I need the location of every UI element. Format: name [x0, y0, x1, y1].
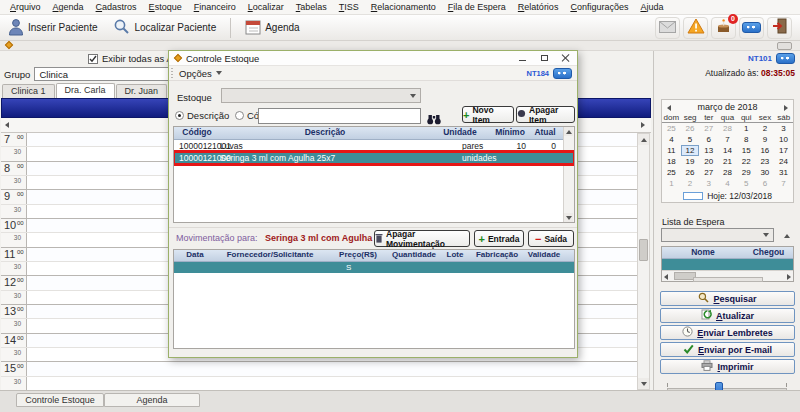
calendar-day-4[interactable]: 4 — [718, 178, 737, 189]
exit-movement-button[interactable]: − Saída — [528, 230, 574, 247]
scroll-up-icon[interactable] — [564, 127, 573, 136]
calendar-day-28[interactable]: 28 — [718, 167, 737, 178]
scroll-up-icon[interactable] — [638, 134, 649, 145]
group-select[interactable]: Clinica — [34, 67, 180, 81]
calendar-day-24[interactable]: 24 — [774, 156, 793, 167]
tab-dr-juan[interactable]: Dr. Juan — [116, 84, 168, 98]
stock-row-10000121001[interactable]: 10000121001Luvaspares100 — [174, 140, 574, 152]
time-row-1530[interactable]: 30 — [1, 377, 637, 390]
calendar-day-3[interactable]: 3 — [774, 123, 793, 134]
menu-item-ajuda[interactable]: Ajuda — [634, 2, 669, 12]
delete-item-button[interactable]: Apagar Item — [516, 106, 575, 123]
calendar-day-5[interactable]: 5 — [737, 178, 756, 189]
calendar-day-29[interactable]: 29 — [737, 167, 756, 178]
agenda-slot[interactable] — [27, 362, 637, 375]
calendar-day-17[interactable]: 17 — [774, 145, 793, 156]
waitlist-select[interactable] — [661, 228, 774, 242]
calendar-day-4[interactable]: 4 — [662, 134, 681, 145]
close-button[interactable] — [555, 51, 577, 65]
calendar-day-23[interactable]: 23 — [756, 156, 775, 167]
agenda-slot[interactable] — [27, 377, 637, 390]
waitlist-selected-row[interactable] — [662, 259, 793, 270]
calendar-day-25[interactable]: 25 — [662, 123, 681, 134]
menu-item-fila-de-espera[interactable]: Fila de Espera — [442, 2, 512, 12]
stock-column-unidade[interactable]: Unidade — [430, 127, 490, 139]
movement-column-fornecedorsolicitante[interactable]: Fornecedor/Solicitante — [216, 250, 324, 261]
calendar-day-2[interactable]: 2 — [756, 123, 775, 134]
radio-codigo[interactable] — [235, 111, 244, 120]
taskbar-tab-controle-estoque[interactable]: Controle Estoque — [16, 393, 104, 407]
calendar-day-6[interactable]: 6 — [699, 134, 718, 145]
calendar-day-8[interactable]: 8 — [737, 134, 756, 145]
calendar-day-7[interactable]: 7 — [774, 178, 793, 189]
menu-item-cadastros[interactable]: Cadastros — [90, 2, 143, 12]
mail-button[interactable] — [655, 17, 680, 39]
calendar-day-10[interactable]: 10 — [774, 134, 793, 145]
menu-item-localizar[interactable]: Localizar — [242, 2, 290, 12]
calendar-prev-icon[interactable] — [667, 105, 671, 111]
scroll-left-icon[interactable] — [664, 274, 668, 280]
stock-column-atual[interactable]: Atual — [530, 127, 560, 139]
new-item-button[interactable]: + Novo Item — [462, 106, 514, 123]
calendar-day-3[interactable]: 3 — [699, 178, 718, 189]
enviar-por-email-button[interactable]: Enviar por E-mail — [660, 342, 795, 357]
calendar-day-30[interactable]: 30 — [756, 167, 775, 178]
messenger-button[interactable] — [739, 17, 764, 39]
calendar-day-19[interactable]: 19 — [681, 156, 700, 167]
calendar-day-25[interactable]: 25 — [662, 167, 681, 178]
calendar-day-7[interactable]: 7 — [718, 134, 737, 145]
movement-selected-row[interactable]: S — [174, 262, 574, 273]
calendar-day-27[interactable]: 27 — [699, 167, 718, 178]
enviar-lembretes-button[interactable]: Enviar Lembretes — [660, 325, 795, 340]
waitlist-column-chegou[interactable]: Chegou — [744, 247, 793, 258]
estoque-select[interactable] — [221, 88, 421, 103]
movement-column-quantidade[interactable]: Quantidade — [392, 250, 436, 261]
delete-movement-button[interactable]: Apagar Movimentação — [374, 230, 470, 247]
scroll-right-icon[interactable] — [641, 122, 645, 128]
menu-item-configuracoes[interactable]: Configurações — [564, 2, 634, 12]
maximize-button[interactable] — [533, 51, 555, 65]
movement-column-fabricacao[interactable]: Fabricação — [474, 250, 520, 261]
stock-column-descricao[interactable]: Descrição — [220, 127, 430, 139]
calendar-day-1[interactable]: 1 — [662, 178, 681, 189]
menu-item-arquivo[interactable]: Arquivo — [4, 2, 47, 12]
calendar-next-icon[interactable] — [784, 105, 788, 111]
calendar-day-27[interactable]: 27 — [699, 123, 718, 134]
menu-item-financeiro[interactable]: Financeiro — [188, 2, 242, 12]
scroll-down-icon[interactable] — [638, 378, 649, 389]
movement-column-precor[interactable]: Preço(R$) — [324, 250, 392, 261]
calendar-day-16[interactable]: 16 — [756, 145, 775, 156]
scrollbar-thumb[interactable] — [639, 239, 648, 261]
scroll-down-icon[interactable] — [564, 213, 573, 222]
exit-button[interactable] — [767, 17, 792, 39]
table-vertical-scrollbar[interactable] — [563, 127, 574, 222]
calendar-day-6[interactable]: 6 — [756, 178, 775, 189]
entry-button[interactable]: + Entrada — [474, 230, 524, 247]
calendar-day-12[interactable]: 12 — [681, 145, 700, 156]
calendar-day-15[interactable]: 15 — [737, 145, 756, 156]
time-row-1500[interactable]: 1500 — [1, 362, 637, 376]
search-input[interactable] — [258, 108, 421, 124]
imprimir-button[interactable]: Imprimir — [660, 359, 795, 374]
messenger-icon[interactable] — [553, 68, 572, 79]
calendar-day-20[interactable]: 20 — [699, 156, 718, 167]
stock-row-10000121000[interactable]: 10000121000Seringa 3 ml com Agulha 25x7u… — [174, 152, 574, 164]
scroll-right-icon[interactable] — [787, 274, 791, 280]
panel-splitter[interactable] — [693, 277, 763, 282]
waitlist-column-nome[interactable]: Nome — [662, 247, 744, 258]
menu-item-agenda[interactable]: Agenda — [47, 2, 90, 12]
calendar-day-11[interactable]: 11 — [662, 145, 681, 156]
calendar-day-9[interactable]: 9 — [756, 134, 775, 145]
calendar-day-2[interactable]: 2 — [681, 178, 700, 189]
stock-column-codigo[interactable]: Código — [174, 127, 220, 139]
calendar-day-14[interactable]: 14 — [718, 145, 737, 156]
calendar-day-26[interactable]: 26 — [681, 167, 700, 178]
alert-button[interactable] — [683, 17, 708, 39]
calendar-day-31[interactable]: 31 — [774, 167, 793, 178]
menu-item-tiss[interactable]: TISS — [333, 2, 365, 12]
calendar-day-21[interactable]: 21 — [718, 156, 737, 167]
calendar-day-13[interactable]: 13 — [699, 145, 718, 156]
calendar-day-18[interactable]: 18 — [662, 156, 681, 167]
menu-item-relacionamento[interactable]: Relacionamento — [365, 2, 442, 12]
menu-item-relatorios[interactable]: Relatórios — [512, 2, 565, 12]
